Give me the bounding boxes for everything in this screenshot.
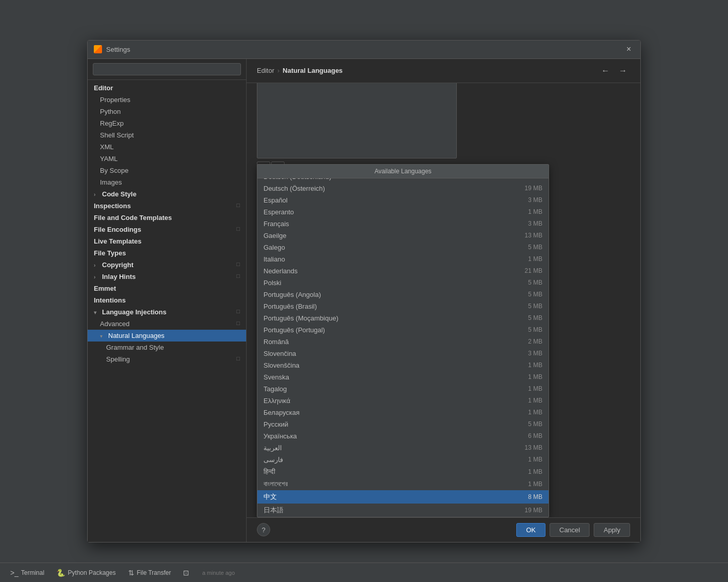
sidebar-item-yaml[interactable]: YAML: [88, 153, 246, 165]
taskbar-item-file-transfer[interactable]: ⇅ File Transfer: [122, 567, 177, 579]
sidebar-label-spelling: Spelling: [106, 355, 130, 363]
nav-back-button[interactable]: ←: [598, 65, 613, 76]
popup-lang-item[interactable]: Slovenščina 1 MB: [257, 359, 549, 371]
ok-button[interactable]: OK: [516, 523, 545, 537]
popup-lang-item[interactable]: Esperanto 1 MB: [257, 206, 549, 218]
sidebar-item-images[interactable]: Images: [88, 176, 246, 188]
popup-lang-item[interactable]: Gaeilge 13 MB: [257, 230, 549, 242]
popup-lang-item[interactable]: فارسی 1 MB: [257, 454, 549, 466]
popup-lang-size: 5 MB: [528, 420, 542, 428]
popup-lang-name: Deutsch (Österreich): [264, 185, 325, 192]
sidebar-item-code-style[interactable]: ›Code Style: [88, 188, 246, 200]
popup-lang-item[interactable]: Italiano 1 MB: [257, 253, 549, 265]
available-languages-popup: Available Languages Català (Valencià) 4 …: [257, 164, 549, 517]
sidebar-item-regexp[interactable]: RegExp: [88, 117, 246, 129]
popup-lang-item[interactable]: Deutsch (Deutschland) 19 MB: [257, 178, 549, 183]
apply-button[interactable]: Apply: [594, 523, 630, 537]
popup-lang-item[interactable]: 日本語 19 MB: [257, 504, 549, 517]
popup-lang-size: 3 MB: [528, 220, 542, 227]
popup-lang-item[interactable]: বাংলাদেশের 1 MB: [257, 478, 549, 490]
taskbar-item-terminal[interactable]: >_ Terminal: [4, 567, 50, 579]
settings-dialog: Settings × EditorPropertiesPythonRegExpS…: [87, 40, 641, 543]
sidebar-item-properties[interactable]: Properties: [88, 94, 246, 106]
taskbar-item-[interactable]: ⊡: [177, 567, 198, 579]
title-bar: Settings ×: [88, 41, 640, 59]
popup-lang-size: 13 MB: [524, 444, 542, 451]
sidebar-item-natural-languages[interactable]: ▾Natural Languages: [88, 330, 246, 342]
sidebar-item-inspections[interactable]: Inspections□: [88, 200, 246, 212]
sidebar-search-container: [88, 59, 246, 80]
popup-lang-size: 5 MB: [528, 326, 542, 333]
search-input[interactable]: [93, 63, 241, 75]
popup-lang-item[interactable]: Português (Moçambique) 5 MB: [257, 312, 549, 324]
popup-lang-name: 日本語: [264, 506, 284, 515]
nav-forward-button[interactable]: →: [616, 65, 630, 76]
popup-lang-size: 3 MB: [528, 350, 542, 357]
popup-lang-size: 1 MB: [528, 385, 542, 392]
sidebar-item-shell-script[interactable]: Shell Script: [88, 129, 246, 141]
indicator-advanced: □: [236, 320, 240, 326]
sidebar-item-grammar-style[interactable]: Grammar and Style: [88, 342, 246, 353]
popup-lang-name: Português (Moçambique): [264, 314, 338, 322]
sidebar-item-python[interactable]: Python: [88, 106, 246, 117]
sidebar-item-editor[interactable]: Editor: [88, 82, 246, 94]
popup-lang-size: 19 MB: [524, 507, 542, 514]
close-button[interactable]: ×: [623, 44, 634, 55]
sidebar-item-file-code-templates[interactable]: File and Code Templates: [88, 212, 246, 224]
sidebar-label-shell-script: Shell Script: [100, 131, 134, 139]
sidebar-item-spelling[interactable]: Spelling□: [88, 353, 246, 365]
popup-lang-name: Polski: [264, 279, 281, 287]
sidebar-item-xml[interactable]: XML: [88, 141, 246, 153]
help-button[interactable]: ?: [257, 523, 270, 536]
app-icon: [94, 45, 102, 53]
popup-lang-item[interactable]: Nederlands 21 MB: [257, 265, 549, 277]
popup-lang-item[interactable]: Беларуская 1 MB: [257, 407, 549, 418]
sidebar-label-yaml: YAML: [100, 155, 117, 163]
popup-lang-name: فارسی: [264, 456, 283, 464]
sidebar-item-file-types[interactable]: File Types: [88, 247, 246, 259]
cancel-button[interactable]: Cancel: [550, 523, 590, 537]
popup-lang-item[interactable]: Русский 5 MB: [257, 418, 549, 430]
sidebar-item-intentions[interactable]: Intentions: [88, 294, 246, 306]
sidebar-item-copyright[interactable]: ›Copyright□: [88, 259, 246, 271]
popup-lang-item[interactable]: Polski 5 MB: [257, 277, 549, 289]
popup-lang-size: 19 MB: [524, 178, 542, 180]
popup-list: Català (Valencià) 4 MB Dansk 1 MB Deutsc…: [257, 178, 549, 517]
popup-lang-item[interactable]: Svenska 1 MB: [257, 371, 549, 383]
sidebar-item-language-injections[interactable]: ▾Language Injections□: [88, 306, 246, 318]
sidebar-item-advanced[interactable]: Advanced□: [88, 318, 246, 330]
popup-lang-item[interactable]: Ελληνικά 1 MB: [257, 395, 549, 407]
popup-lang-item[interactable]: Português (Angola) 5 MB: [257, 289, 549, 300]
popup-lang-name: Esperanto: [264, 208, 294, 216]
sidebar-item-inlay-hints[interactable]: ›Inlay Hints□: [88, 271, 246, 283]
popup-lang-item[interactable]: Français 3 MB: [257, 218, 549, 230]
popup-lang-item[interactable]: Português (Portugal) 5 MB: [257, 324, 549, 336]
popup-lang-name: Español: [264, 196, 288, 204]
popup-lang-item[interactable]: Tagalog 1 MB: [257, 383, 549, 395]
sidebar-item-emmet[interactable]: Emmet: [88, 283, 246, 294]
popup-lang-item[interactable]: Español 3 MB: [257, 194, 549, 206]
popup-lang-size: 1 MB: [528, 480, 542, 488]
popup-lang-item[interactable]: 中文 8 MB: [257, 490, 549, 504]
taskbar-icon: 🐍: [56, 569, 65, 577]
popup-lang-item[interactable]: Galego 5 MB: [257, 242, 549, 253]
popup-lang-size: 3 MB: [528, 196, 542, 204]
sidebar-item-file-encodings[interactable]: File Encodings□: [88, 224, 246, 235]
popup-lang-size: 1 MB: [528, 373, 542, 380]
popup-lang-item[interactable]: Slovenčina 3 MB: [257, 348, 549, 359]
sidebar-item-live-templates[interactable]: Live Templates: [88, 235, 246, 247]
popup-lang-size: 2 MB: [528, 338, 542, 345]
popup-lang-item[interactable]: Українська 6 MB: [257, 430, 549, 442]
popup-lang-item[interactable]: Română 2 MB: [257, 336, 549, 348]
popup-lang-item[interactable]: العربية 13 MB: [257, 442, 549, 454]
taskbar-item-python-packages[interactable]: 🐍 Python Packages: [50, 567, 122, 579]
taskbar-icon: ⇅: [128, 569, 134, 577]
sidebar-label-properties: Properties: [100, 96, 130, 104]
popup-lang-item[interactable]: Deutsch (Österreich) 19 MB: [257, 183, 549, 194]
breadcrumb-current: Natural Languages: [282, 67, 342, 74]
popup-lang-size: 5 MB: [528, 291, 542, 298]
popup-lang-item[interactable]: Português (Brasil) 5 MB: [257, 300, 549, 312]
popup-lang-size: 1 MB: [528, 456, 542, 463]
sidebar-item-by-scope[interactable]: By Scope: [88, 165, 246, 176]
popup-lang-item[interactable]: हिन्दी 1 MB: [257, 466, 549, 478]
